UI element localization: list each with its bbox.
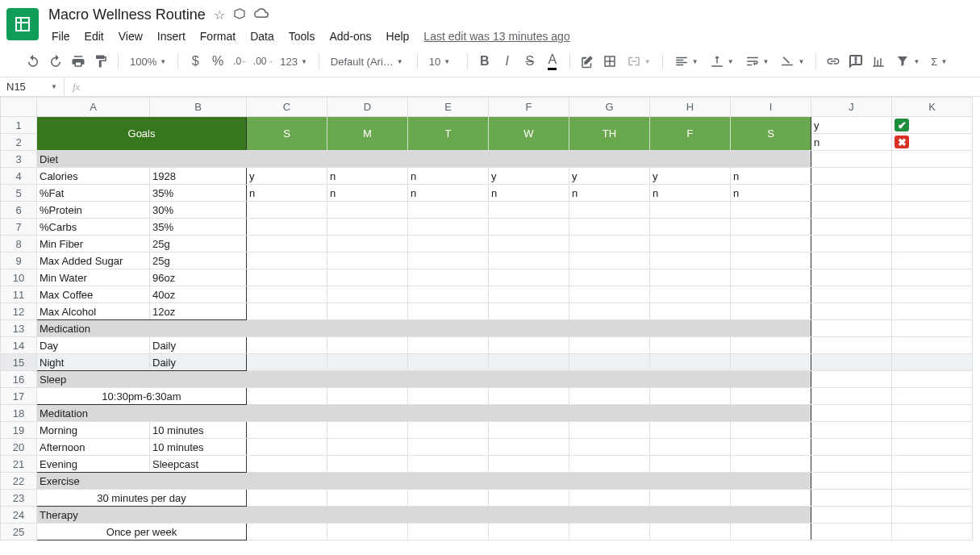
cell[interactable] [892, 490, 973, 507]
cell[interactable] [247, 524, 327, 540]
cell[interactable] [408, 269, 489, 286]
menu-help[interactable]: Help [380, 27, 416, 46]
row-header-4[interactable]: 4 [1, 168, 37, 185]
cell[interactable] [247, 490, 327, 507]
cell[interactable] [731, 286, 811, 303]
section-header[interactable]: Therapy [37, 507, 811, 524]
name-box[interactable]: N15▼ [0, 77, 65, 96]
formula-input[interactable] [88, 77, 980, 96]
cell[interactable] [247, 388, 327, 405]
row-header-10[interactable]: 10 [1, 269, 37, 286]
cell[interactable]: 1928 [150, 168, 247, 185]
row-header-7[interactable]: 7 [1, 219, 37, 236]
col-header-G[interactable]: G [569, 98, 650, 117]
cell[interactable] [247, 303, 327, 320]
wrap-button[interactable]: ▼ [740, 51, 774, 72]
row-header-17[interactable]: 17 [1, 388, 37, 405]
cell[interactable] [892, 303, 973, 320]
cell[interactable] [569, 219, 650, 236]
row-header-20[interactable]: 20 [1, 439, 37, 456]
cell[interactable] [811, 439, 892, 456]
cell[interactable]: Min Water [37, 269, 150, 286]
cell[interactable]: Daily [150, 354, 247, 371]
cell[interactable] [892, 388, 973, 405]
cell[interactable] [327, 252, 408, 269]
cell[interactable] [731, 354, 811, 371]
cell[interactable] [892, 320, 973, 337]
font-size-select[interactable]: 10▼ [424, 51, 461, 72]
more-formats-button[interactable]: 123▼ [275, 51, 312, 72]
cell[interactable] [892, 185, 973, 202]
font-select[interactable]: Default (Ari…▼ [326, 51, 411, 72]
cell[interactable]: %Protein [37, 202, 150, 219]
merge-button[interactable]: ▼ [622, 51, 656, 72]
cell[interactable]: n [408, 168, 489, 185]
cell[interactable] [489, 388, 569, 405]
cell[interactable] [327, 236, 408, 252]
cell[interactable] [327, 422, 408, 439]
decrease-decimal-button[interactable]: .0← [230, 51, 251, 72]
percent-button[interactable]: % [207, 51, 228, 72]
halign-button[interactable]: ▼ [669, 51, 703, 72]
cell[interactable] [892, 202, 973, 219]
cell[interactable] [489, 236, 569, 252]
cell[interactable] [650, 439, 731, 456]
cell[interactable] [892, 168, 973, 185]
select-all-corner[interactable] [1, 98, 37, 117]
strike-button[interactable]: S [519, 51, 540, 72]
link-button[interactable] [823, 51, 844, 72]
cell[interactable] [650, 252, 731, 269]
row-header-1[interactable]: 1 [1, 117, 37, 134]
cell[interactable] [892, 236, 973, 252]
cell[interactable] [569, 303, 650, 320]
fill-color-button[interactable] [577, 51, 598, 72]
cell[interactable] [569, 490, 650, 507]
cell[interactable] [327, 286, 408, 303]
cell[interactable]: n [569, 185, 650, 202]
cell[interactable] [811, 405, 892, 422]
cell[interactable] [408, 236, 489, 252]
day-header[interactable]: S [731, 117, 811, 151]
col-header-C[interactable]: C [247, 98, 327, 117]
cell[interactable] [247, 219, 327, 236]
col-header-H[interactable]: H [650, 98, 731, 117]
cell[interactable] [892, 439, 973, 456]
filter-button[interactable]: ▼ [890, 51, 924, 72]
menu-data[interactable]: Data [244, 27, 281, 46]
cell[interactable]: y [489, 168, 569, 185]
cell[interactable]: %Fat [37, 185, 150, 202]
cell[interactable] [327, 354, 408, 371]
cell[interactable] [650, 219, 731, 236]
cell[interactable] [892, 507, 973, 524]
section-header[interactable]: Meditation [37, 405, 811, 422]
increase-decimal-button[interactable]: .00→ [252, 51, 273, 72]
cell[interactable] [247, 354, 327, 371]
cell[interactable] [811, 236, 892, 252]
cell[interactable] [408, 202, 489, 219]
cell[interactable] [408, 354, 489, 371]
cell[interactable] [892, 151, 973, 168]
goals-header[interactable]: Goals [37, 117, 247, 151]
row-header-5[interactable]: 5 [1, 185, 37, 202]
row-header-9[interactable]: 9 [1, 252, 37, 269]
cell[interactable]: n [247, 185, 327, 202]
cell[interactable] [650, 456, 731, 473]
cell[interactable]: 10:30pm-6:30am [37, 388, 247, 405]
cell[interactable] [731, 337, 811, 354]
cell[interactable] [569, 354, 650, 371]
cell[interactable]: Afternoon [37, 439, 150, 456]
cloud-icon[interactable] [254, 7, 269, 23]
cell[interactable]: Max Alcohol [37, 303, 150, 320]
cell[interactable] [489, 354, 569, 371]
cell[interactable] [327, 337, 408, 354]
cell[interactable]: 10 minutes [150, 439, 247, 456]
cell[interactable] [892, 354, 973, 371]
col-header-J[interactable]: J [811, 98, 892, 117]
cell[interactable]: Sleepcast [150, 456, 247, 473]
menu-file[interactable]: File [45, 27, 77, 46]
sheets-logo[interactable] [6, 8, 39, 40]
doc-title[interactable]: Macro Wellness Routine [48, 6, 206, 23]
row-header-13[interactable]: 13 [1, 320, 37, 337]
cell[interactable]: Max Coffee [37, 286, 150, 303]
cell[interactable] [731, 303, 811, 320]
